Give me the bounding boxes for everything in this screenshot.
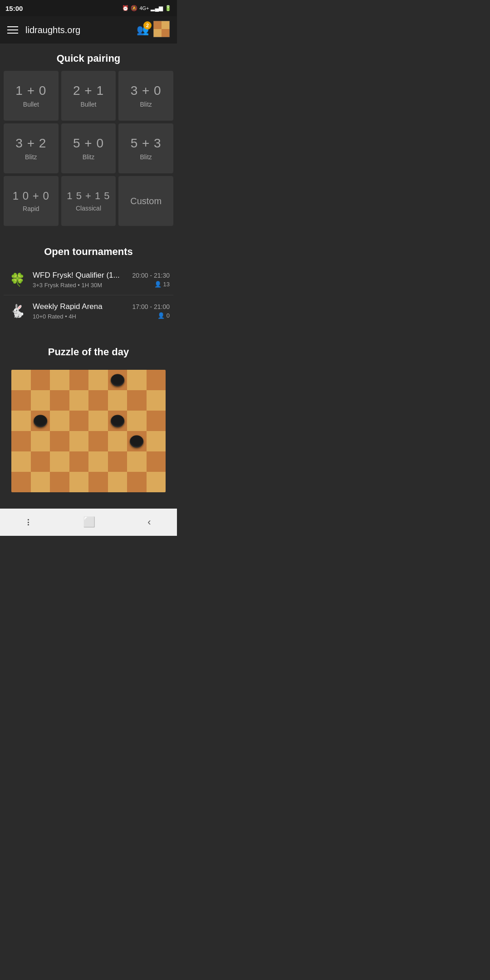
pairing-grid: 1 + 0 Bullet 2 + 1 Bullet 3 + 0 Blitz 3 … [0,71,177,226]
tournament-timerange-weekly: 17:00 - 21:00 [132,303,170,310]
pairing-card-2plus1[interactable]: 2 + 1 Bullet [61,71,116,121]
pairing-card-1plus0[interactable]: 1 + 0 Bullet [4,71,59,121]
cell-4-1 [31,451,50,472]
cell-4-7 [147,451,166,472]
cell-2-4 [88,411,108,431]
pairing-card-3plus0[interactable]: 3 + 0 Blitz [118,71,173,121]
header-left: lidraughts.org [7,25,80,35]
pairing-label-5plus0: Blitz [83,153,94,161]
quick-pairing-section: Quick pairing 1 + 0 Bullet 2 + 1 Bullet … [0,44,177,226]
cell-4-6 [127,451,147,472]
cell-3-1 [31,431,50,451]
pairing-card-10plus0[interactable]: 1 0 + 0 Rapid [4,176,59,226]
cell-0-0 [11,370,31,390]
nav-menu-icon: ⫶ [26,516,31,528]
cell-3-7 [147,431,166,451]
cell-3-0 [11,431,31,451]
svg-rect-2 [153,29,162,37]
cell-1-2 [50,390,69,411]
pairing-time-15plus15: 1 5 + 1 5 [67,190,110,202]
players-count-weekly: 0 [167,312,170,319]
pairing-label-5plus3: Blitz [140,153,152,161]
cell-5-2 [50,472,69,492]
pairing-card-3plus2[interactable]: 3 + 2 Blitz [4,123,59,173]
nav-home-button[interactable]: ⬜ [72,513,106,532]
cell-5-6 [127,472,147,492]
cell-4-4 [88,451,108,472]
cell-0-6 [127,370,147,390]
tournament-item-weekly[interactable]: 🐇 Weekly Rapid Arena 10+0 Rated • 4H 17:… [4,295,173,326]
puzzle-board[interactable] [11,370,166,492]
svg-rect-3 [162,29,170,37]
cell-2-0 [11,411,31,431]
cell-0-7 [147,370,166,390]
players-icon-weekly: 👤 [157,312,165,319]
cell-4-3 [69,451,89,472]
tournament-info-wfd: WFD Frysk! Qualifier (1... 3+3 Frysk Rat… [33,271,132,289]
pairing-time-5plus0: 5 + 0 [73,136,104,151]
pairing-label-1plus0: Bullet [23,101,39,108]
cell-5-4 [88,472,108,492]
nav-back-button[interactable]: ‹ [137,513,162,532]
cell-0-4 [88,370,108,390]
site-title: lidraughts.org [25,25,80,35]
header: lidraughts.org 👥 2 [0,16,177,44]
tournament-time-wfd: 20:00 - 21:30 👤 13 [132,272,170,288]
pairing-time-3plus2: 3 + 2 [15,136,46,151]
checkerboard-grid [11,370,166,492]
tournament-item-wfd[interactable]: 🍀 WFD Frysk! Qualifier (1... 3+3 Frysk R… [4,264,173,295]
bottom-nav: ⫶ ⬜ ‹ [0,509,177,536]
cell-0-2 [50,370,69,390]
chess-board-button[interactable] [153,21,170,39]
pairing-custom-label: Custom [130,196,162,206]
pairing-time-2plus1: 2 + 1 [73,83,104,98]
tournament-name-wfd: WFD Frysk! Qualifier (1... [33,271,132,280]
cell-3-6 [127,431,147,451]
cell-1-6 [127,390,147,411]
header-right: 👥 2 [137,21,170,39]
cell-1-7 [147,390,166,411]
cell-5-7 [147,472,166,492]
cell-5-0 [11,472,31,492]
pairing-time-3plus0: 3 + 0 [131,83,162,98]
tournament-info-weekly: Weekly Rapid Arena 10+0 Rated • 4H [33,302,132,320]
cell-5-3 [69,472,89,492]
notifications-button[interactable]: 👥 2 [137,24,149,36]
status-time: 15:00 [5,5,23,12]
piece-2-5 [111,415,124,427]
svg-rect-1 [162,21,170,29]
players-count-wfd: 13 [163,281,170,288]
pairing-card-15plus15[interactable]: 1 5 + 1 5 Classical [61,176,116,226]
tournament-icon-rabbit: 🐇 [7,301,27,321]
main-content: Quick pairing 1 + 0 Bullet 2 + 1 Bullet … [0,44,177,501]
signal-4g-icon: 4G+ [139,5,149,11]
status-bar: 15:00 ⏰ 🔕 4G+ ▂▄▆ 🔋 [0,0,177,16]
cell-1-5 [108,390,127,411]
cell-1-0 [11,390,31,411]
alarm-icon: ⏰ [122,5,129,11]
pairing-card-5plus0[interactable]: 5 + 0 Blitz [61,123,116,173]
cell-3-4 [88,431,108,451]
tournament-name-weekly: Weekly Rapid Arena [33,302,132,311]
pairing-card-custom[interactable]: Custom [118,176,173,226]
cell-5-1 [31,472,50,492]
hamburger-menu-button[interactable] [7,26,18,34]
cell-4-5 [108,451,127,472]
cell-1-1 [31,390,50,411]
nav-back-icon: ‹ [147,516,151,528]
battery-icon: 🔋 [165,5,172,11]
cell-1-3 [69,390,89,411]
nav-menu-button[interactable]: ⫶ [15,513,42,532]
tournament-timerange-wfd: 20:00 - 21:30 [132,272,170,279]
cell-0-5 [108,370,127,390]
pairing-label-2plus1: Bullet [80,101,96,108]
tournament-time-weekly: 17:00 - 21:00 👤 0 [132,303,170,319]
tournaments-section: Open tournaments 🍀 WFD Frysk! Qualifier … [0,237,177,326]
pairing-card-5plus3[interactable]: 5 + 3 Blitz [118,123,173,173]
chess-board-icon [153,21,170,37]
cell-4-2 [50,451,69,472]
piece-2-1 [34,415,47,427]
svg-rect-0 [153,21,162,29]
cell-2-1 [31,411,50,431]
cell-3-3 [69,431,89,451]
